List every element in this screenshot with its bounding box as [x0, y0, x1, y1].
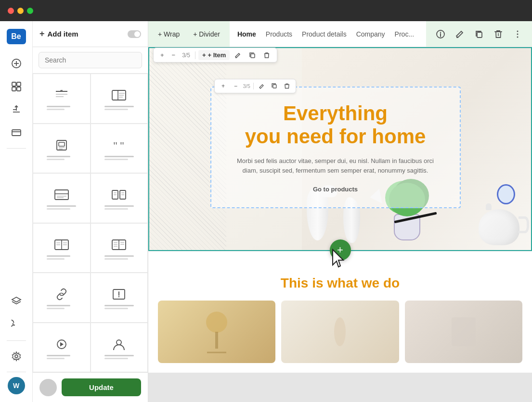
info-icon-btn[interactable] [432, 25, 449, 43]
settings-icon[interactable] [6, 346, 27, 367]
svg-rect-69 [273, 85, 276, 88]
list-item[interactable] [33, 273, 91, 323]
icon-label-bars [47, 205, 76, 210]
search-input[interactable] [39, 52, 142, 68]
section-minus-btn[interactable]: − [169, 50, 179, 60]
inner-delete-btn[interactable] [282, 81, 292, 91]
list-item[interactable] [91, 273, 148, 323]
nav-menu-more[interactable]: Proc... [395, 28, 414, 40]
svg-text:": " [120, 139, 124, 151]
list-item[interactable] [91, 323, 148, 373]
panel-toggle[interactable] [128, 30, 141, 38]
layers-icon[interactable] [6, 290, 27, 312]
icon-bar-divider-2 [7, 340, 26, 341]
hero-section: + − 3/5 [149, 48, 531, 250]
add-circle-icon[interactable] [6, 53, 27, 74]
copy-icon-btn[interactable] [470, 25, 488, 43]
list-item[interactable] [33, 74, 91, 124]
nav-menu-home[interactable]: Home [237, 28, 256, 40]
toolbar-icons [426, 21, 532, 47]
update-button[interactable]: Update [62, 378, 141, 396]
svg-rect-6 [17, 87, 21, 91]
inner-edit-btn[interactable] [257, 81, 267, 91]
list-item[interactable] [91, 223, 148, 273]
wordpress-logo[interactable]: W [8, 377, 25, 394]
list-item[interactable] [91, 74, 148, 124]
hero-subtext: Morbi sed felis auctor vitae, semper dui… [231, 156, 441, 176]
panel-footer: Update [33, 372, 148, 402]
layout-icon[interactable] [6, 122, 27, 143]
item-plus-icon: + [202, 51, 206, 59]
nav-menu: Home Products Product details Company Pr… [230, 28, 426, 40]
icon-bar: Be [0, 21, 33, 402]
gallery-card-2 [281, 301, 399, 363]
section-edit-btn[interactable] [232, 50, 244, 60]
icon-label-bars [104, 355, 134, 359]
inner-counter: 3/5 [243, 83, 250, 89]
text-list-icon [111, 238, 127, 251]
list-item[interactable] [33, 323, 91, 373]
svg-rect-30 [55, 190, 68, 200]
icon-bar-divider-1 [7, 148, 26, 149]
svg-point-65 [517, 33, 519, 35]
link-icon [54, 288, 69, 301]
section-counter: 3/5 [180, 52, 192, 59]
icon-label-bars [47, 255, 76, 260]
sort-icon[interactable] [6, 99, 27, 120]
plus-icon: + [39, 29, 45, 39]
item-label-btn[interactable]: + + Item [198, 50, 230, 60]
hero-cta[interactable]: Go to products [231, 186, 441, 193]
delete-icon-btn[interactable] [490, 25, 507, 43]
add-section-button[interactable]: + [330, 239, 351, 261]
list-item[interactable] [91, 173, 148, 223]
icon-bar-divider-3 [7, 372, 26, 372]
maximize-dot[interactable] [27, 8, 33, 14]
nav-menu-company[interactable]: Company [356, 28, 385, 40]
section-copy-btn[interactable] [246, 50, 259, 60]
inner-copy-btn[interactable] [269, 81, 280, 91]
inner-minus-btn[interactable]: − [231, 81, 241, 91]
item-label-text: + Item [208, 51, 226, 59]
inner-plus-btn[interactable]: + [218, 81, 229, 91]
svg-rect-5 [12, 87, 16, 91]
divider-button[interactable]: + Divider [187, 27, 226, 41]
svg-text:": " [113, 139, 117, 151]
section2-gallery [158, 301, 522, 363]
history-icon[interactable] [6, 314, 27, 336]
panel-header: + Add item [33, 21, 148, 47]
be-logo[interactable]: Be [7, 29, 26, 44]
quote-icon: " " [111, 138, 127, 152]
page-canvas[interactable]: + − 3/5 + + Item [148, 47, 532, 402]
nav-menu-product-details[interactable]: Product details [302, 28, 347, 40]
svg-rect-68 [251, 54, 255, 58]
minimize-dot[interactable] [17, 8, 24, 14]
list-item[interactable] [33, 124, 91, 174]
nav-menu-products[interactable]: Products [266, 28, 292, 40]
main-container: Be [0, 21, 532, 402]
icon-label-bars [47, 305, 76, 309]
text-image-icon [54, 188, 69, 201]
list-item[interactable]: " " [91, 124, 148, 174]
icon-label-bars [47, 106, 76, 110]
section-plus-btn[interactable]: + [157, 50, 167, 60]
icon-label-bars [104, 255, 134, 260]
edit-icon-btn[interactable] [451, 25, 468, 43]
svg-point-73 [334, 317, 346, 346]
section-toolbar: + − 3/5 + + Item [153, 48, 277, 63]
section-divider [195, 51, 195, 59]
svg-point-70 [206, 312, 227, 333]
svg-rect-62 [477, 32, 482, 38]
list-item[interactable] [33, 173, 91, 223]
icon-bar-bottom: W [6, 290, 27, 394]
icon-label-bars [104, 156, 134, 160]
wrap-button[interactable]: + Wrap [152, 27, 185, 41]
titlebar [0, 0, 532, 21]
alert-icon [111, 288, 127, 301]
grid-layout-icon[interactable] [6, 76, 27, 97]
hero-heading-line1: Everything [283, 102, 388, 125]
list-item[interactable] [33, 223, 91, 273]
add-item-button[interactable]: + Add item [39, 29, 78, 39]
close-dot[interactable] [8, 8, 14, 14]
more-icon-btn[interactable] [509, 25, 526, 43]
section-delete-btn[interactable] [260, 50, 273, 60]
